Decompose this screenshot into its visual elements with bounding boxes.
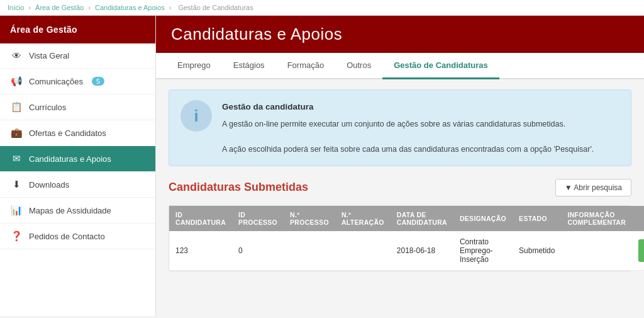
sidebar-item-downloads[interactable]: ⬇ Downloads [0,172,155,198]
document-icon: 📋 [10,101,23,113]
cell-estado: Submetido [513,231,561,271]
section-header: Candidaturas Submetidas ▼ Abrir pesquisa [169,179,631,196]
sidebar-item-curriculos[interactable]: 📋 Currículos [0,94,155,120]
sidebar-label-mapas: Mapas de Assiduidade [29,206,111,215]
sidebar-label-downloads: Downloads [29,180,69,190]
print-button[interactable]: 🖨 IMPRIMIR [638,239,644,262]
col-n-alteracao: N.º ALTERAÇÃO [335,206,391,231]
breadcrumb: Início › Área de Gestão › Candidaturas e… [0,0,644,16]
col-estado: ESTADO [513,206,561,231]
info-text: Gestão da candidatura A gestão on-line p… [222,100,594,156]
download-icon: ⬇ [10,179,23,190]
col-id-candidatura: ID CANDIDATURA [169,206,232,231]
candidaturas-table: ID CANDIDATURA ID PROCESSO N.º PROCESSO … [169,206,644,271]
section-title: Candidaturas Submetidas [169,181,308,194]
sidebar-label-comunicacoes: Comunicações [29,77,83,86]
cell-info-comp [561,231,632,271]
eye-icon: 👁 [10,50,23,61]
cell-n-processo [284,231,335,271]
col-data: DATA DE CANDIDATURA [391,206,453,231]
sidebar-label-curriculos: Currículos [29,103,66,112]
tab-emprego[interactable]: Emprego [166,53,222,79]
open-search-button[interactable]: ▼ Abrir pesquisa [555,179,631,196]
cell-n-alteracao [335,231,391,271]
breadcrumb-candidaturas[interactable]: Candidaturas e Apoios [95,4,165,11]
tab-formacao[interactable]: Formação [276,53,336,79]
col-id-processo: ID PROCESSO [232,206,284,231]
tab-estagios[interactable]: Estágios [222,53,276,79]
sidebar-header: Área de Gestão [0,16,155,43]
info-title: Gestão da candidatura [222,100,594,114]
info-line-2: A ação escolhida poderá ser feita sobre … [222,145,594,154]
col-n-processo: N.º PROCESSO [284,206,335,231]
col-designacao: DESIGNAÇÃO [453,206,513,231]
sidebar-item-pedidos[interactable]: ❓ Pedidos de Contacto [0,224,155,249]
sidebar-label-vista-geral: Vista Geral [29,51,69,60]
col-info-comp: INFORMAÇÃO COMPLEMENTAR [561,206,632,231]
sidebar-item-vista-geral[interactable]: 👁 Vista Geral [0,43,155,69]
chart-icon: 📊 [10,205,23,216]
breadcrumb-area-gestao[interactable]: Área de Gestão [35,4,84,11]
breadcrumb-inicio[interactable]: Início [8,4,24,11]
content-area: i Gestão da candidatura A gestão on-line… [156,79,644,316]
info-icon: i [180,100,212,132]
sidebar-label-pedidos: Pedidos de Contacto [29,232,105,241]
sidebar-label-candidaturas: Candidaturas e Apoios [29,154,111,164]
sidebar-item-comunicacoes[interactable]: 📢 Comunicações 5 [0,69,155,94]
help-icon: ❓ [10,230,23,242]
tab-outros[interactable]: Outros [335,53,382,79]
cell-data: 2018-06-18 [391,231,453,271]
info-box: i Gestão da candidatura A gestão on-line… [169,89,631,166]
page-title: Candidaturas e Apoios [156,16,644,53]
sidebar-label-ofertas: Ofertas e Candidatos [29,128,106,138]
cell-actions: 🖨 IMPRIMIR [632,231,644,271]
briefcase-icon: 💼 [10,127,23,139]
sidebar-item-candidaturas[interactable]: ✉ Candidaturas e Apoios [0,146,155,172]
tab-gestao-candidaturas[interactable]: Gestão de Candidaturas [382,53,499,79]
sidebar-item-ofertas[interactable]: 💼 Ofertas e Candidatos [0,120,155,146]
cell-designacao: Contrato Emprego-Inserção [453,231,513,271]
mail-icon: ✉ [10,153,23,164]
cell-id-candidatura: 123 [169,231,232,271]
info-line-1: A gestão on-line permite executar um con… [222,120,565,128]
sidebar: Área de Gestão 👁 Vista Geral 📢 Comunicaç… [0,16,156,316]
comunicacoes-badge: 5 [92,77,104,86]
candidaturas-table-wrap: ID CANDIDATURA ID PROCESSO N.º PROCESSO … [169,205,631,271]
main-content: Candidaturas e Apoios Emprego Estágios F… [156,16,644,316]
cell-id-processo: 0 [232,231,284,271]
sidebar-item-mapas[interactable]: 📊 Mapas de Assiduidade [0,198,155,224]
breadcrumb-current: Gestão de Candidaturas [178,4,253,11]
megaphone-icon: 📢 [10,76,23,87]
col-actions [632,206,644,231]
table-row: 123 0 2018-06-18 Contrato Emprego-Inserç… [169,231,644,271]
tabs-nav: Emprego Estágios Formação Outros Gestão … [156,53,644,79]
